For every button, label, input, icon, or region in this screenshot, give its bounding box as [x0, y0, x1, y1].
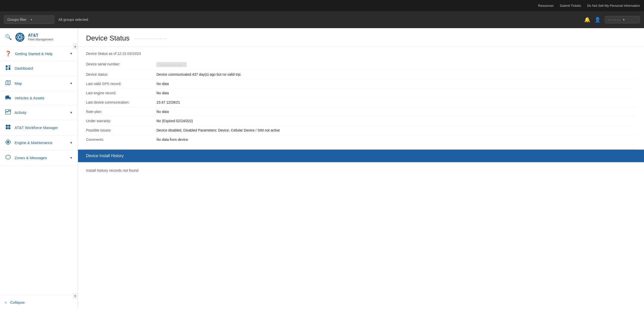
- main-content: Device Status — — — — — — — — Device Sta…: [78, 28, 644, 309]
- page-title: Device Status: [86, 34, 130, 42]
- brand-sub: Fleet Management: [28, 38, 53, 41]
- activity-label: Activity: [15, 110, 66, 115]
- sidebar-scroll-up[interactable]: ▲: [73, 43, 78, 49]
- info-row-issues: Possible issues: Device disabled, Disabl…: [86, 126, 636, 135]
- chevron-down-icon: ▼: [70, 52, 73, 55]
- info-row-rate-plan: Rate plan: No data: [86, 107, 636, 116]
- user-dropdown[interactable]: — — — ▼: [605, 16, 640, 23]
- issues-value: Device disabled, Disabled Parameters: De…: [156, 128, 280, 132]
- svg-marker-13: [5, 96, 9, 97]
- chevron-down-icon: ▼: [70, 141, 73, 145]
- main-layout: ▲ 🔍 AT&T Fleet Management ❓ Getting Star…: [0, 28, 644, 309]
- groupsbar: Groups filter ▼ All groups selected 🔔 👤 …: [0, 11, 644, 28]
- warranty-label: Under warranty:: [86, 119, 156, 123]
- getting-started-label: Getting Started & Help: [15, 52, 66, 56]
- rate-plan-label: Rate plan:: [86, 110, 156, 114]
- info-row-engine-record: Last engine record: No data: [86, 89, 636, 98]
- att-logo-icon: [15, 32, 25, 42]
- groups-filter-button[interactable]: Groups filter ▼: [4, 15, 54, 24]
- svg-point-14: [6, 98, 7, 100]
- att-workforce-label: AT&T Workforce Manager: [15, 125, 73, 130]
- sidebar-header: 🔍 AT&T Fleet Management: [0, 28, 78, 47]
- svg-point-0: [15, 33, 24, 42]
- groups-selected-label: All groups selected: [58, 18, 580, 22]
- serial-value-blurred: — — — — —: [156, 62, 187, 67]
- svg-rect-7: [9, 67, 10, 70]
- chevron-down-icon: ▼: [30, 18, 51, 21]
- sidebar-scroll-down[interactable]: ▼: [73, 293, 78, 299]
- svg-rect-26: [10, 142, 10, 142]
- groupsbar-right: 🔔 👤 — — — ▼: [584, 16, 640, 23]
- map-icon: [5, 80, 11, 87]
- sidebar-item-vehicles[interactable]: Vehicles & Assets: [0, 91, 78, 105]
- svg-rect-6: [6, 68, 8, 70]
- last-comm-label: Last device communication:: [86, 100, 156, 104]
- svg-marker-8: [6, 80, 10, 85]
- sidebar-item-activity[interactable]: Activity ▼: [0, 105, 78, 120]
- svg-rect-4: [6, 65, 8, 68]
- page-header: Device Status — — — — — — — —: [78, 28, 644, 47]
- search-icon[interactable]: 🔍: [5, 34, 12, 40]
- do-not-sell-link[interactable]: Do Not Sell My Personal Information: [587, 4, 640, 8]
- user-chevron-icon: ▼: [623, 18, 625, 21]
- brand-info: AT&T Fleet Management: [28, 33, 53, 41]
- user-name-label: — — —: [608, 18, 621, 22]
- rate-plan-value: No data: [156, 110, 169, 114]
- svg-rect-18: [8, 125, 10, 127]
- engine-icon: [5, 139, 11, 146]
- comments-label: Comments:: [86, 138, 156, 142]
- dashboard-icon: [5, 65, 11, 72]
- brand-name: AT&T: [28, 33, 53, 38]
- zones-icon: [5, 154, 11, 161]
- gps-value: No data: [156, 82, 169, 86]
- resources-link[interactable]: Resources: [538, 4, 554, 8]
- svg-rect-23: [8, 140, 8, 141]
- svg-rect-25: [6, 142, 7, 142]
- serial-label: Device serial number:: [86, 62, 156, 66]
- collapse-button[interactable]: ‹ Collapse: [0, 295, 78, 309]
- gps-label: Last valid GPS record:: [86, 82, 156, 86]
- install-history-empty: Install history records not found: [86, 168, 138, 172]
- map-label: Map: [15, 81, 66, 85]
- sidebar-item-att-workforce[interactable]: AT&T Workforce Manager: [0, 120, 78, 135]
- vehicles-label: Vehicles & Assets: [15, 96, 73, 100]
- help-icon: ❓: [5, 51, 11, 57]
- engine-record-label: Last engine record:: [86, 91, 156, 95]
- engine-label: Engine & Maintenance: [15, 141, 66, 145]
- topbar: Resources Submit Tickets Do Not Sell My …: [0, 0, 644, 11]
- svg-point-15: [9, 98, 11, 100]
- svg-rect-19: [6, 127, 8, 129]
- svg-rect-5: [9, 65, 10, 67]
- svg-marker-27: [6, 155, 10, 159]
- submit-tickets-link[interactable]: Submit Tickets: [560, 4, 581, 8]
- dashboard-label: Dashboard: [15, 66, 73, 70]
- install-history-header: Device Install History: [78, 150, 644, 162]
- sidebar-item-getting-started[interactable]: ❓ Getting Started & Help ▼: [0, 47, 78, 61]
- info-row-serial: Device serial number: — — — — —: [86, 60, 636, 70]
- info-row-warranty: Under warranty: No (Expired 02/24/022): [86, 116, 636, 126]
- issues-label: Possible issues:: [86, 128, 156, 132]
- notifications-icon[interactable]: 🔔: [584, 17, 590, 23]
- info-row-status: Device status: Device communicated 437 d…: [86, 70, 636, 79]
- content-area: Device Status as of 12:15 03/10/23 Devic…: [78, 47, 644, 179]
- svg-point-22: [7, 141, 9, 143]
- sidebar-item-engine[interactable]: Engine & Maintenance ▼: [0, 135, 78, 150]
- svg-rect-24: [8, 144, 8, 144]
- user-icon[interactable]: 👤: [594, 17, 601, 23]
- sidebar-item-map[interactable]: Map ▼: [0, 76, 78, 91]
- activity-icon: [5, 109, 11, 116]
- svg-rect-20: [8, 127, 10, 129]
- warranty-value: No (Expired 02/24/022): [156, 119, 193, 123]
- vehicles-icon: [5, 95, 11, 101]
- info-row-gps: Last valid GPS record: No data: [86, 79, 636, 89]
- status-timestamp: Device Status as of 12:15 03/10/23: [86, 52, 636, 56]
- info-row-last-comm: Last device communication: 15:47 12/28/2…: [86, 98, 636, 107]
- sidebar-item-dashboard[interactable]: Dashboard: [0, 61, 78, 76]
- engine-record-value: No data: [156, 91, 169, 95]
- device-status-section: Device Status as of 12:15 03/10/23 Devic…: [86, 47, 636, 150]
- sidebar-item-zones[interactable]: Zones & Messages ▼: [0, 150, 78, 165]
- status-value: Device communicated 437 day(s) ago but n…: [156, 72, 242, 76]
- info-row-comments: Comments: No data from device: [86, 135, 636, 144]
- chevron-down-icon: ▼: [70, 111, 73, 114]
- install-history-content: Install history records not found: [86, 162, 636, 179]
